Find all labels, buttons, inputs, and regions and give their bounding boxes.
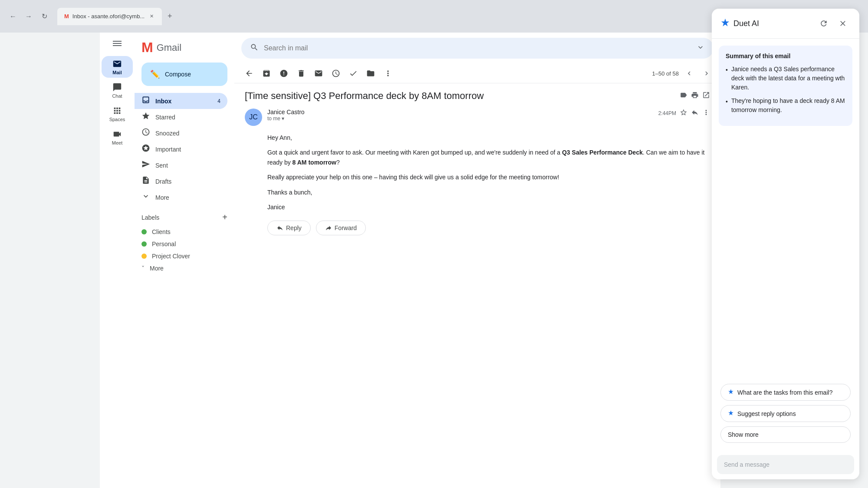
email-time: 2:44PM	[658, 110, 676, 116]
action-star-icon-1	[728, 389, 734, 396]
email-content: [Time sensitive] Q3 Performance deck by …	[234, 83, 720, 488]
sent-icon	[141, 160, 150, 171]
sidebar-chat-label: Chat	[112, 93, 122, 99]
summary-bullet-2: • They're hoping to have a deck ready 8 …	[726, 96, 845, 115]
print-icon[interactable]	[691, 90, 699, 102]
tab-bar: M Inbox - asante.ofori@cymb... ✕ +	[57, 8, 176, 25]
archive-button[interactable]	[259, 66, 274, 81]
reply-button[interactable]: Reply	[267, 221, 311, 235]
sent-label: Sent	[155, 162, 220, 169]
email-button[interactable]	[311, 66, 326, 81]
body-closing: Thanks a bunch,	[267, 188, 710, 197]
reply-label: Reply	[286, 224, 302, 231]
sidebar-spaces-label: Spaces	[109, 117, 125, 122]
prev-page-button[interactable]	[682, 66, 696, 80]
search-bar[interactable]	[241, 38, 713, 59]
bullet-1-text: Janice needs a Q3 Sales performance deck…	[731, 65, 845, 92]
duet-message-input[interactable]: Send a message	[717, 455, 854, 474]
suggest-reply-label: Suggest reply options	[737, 410, 796, 417]
sidebar-item-chat[interactable]: Chat	[102, 79, 133, 101]
forward-button[interactable]: Forward	[316, 221, 366, 235]
label-project-clover-text: Project Clover	[152, 253, 190, 260]
inbox-count: 4	[217, 98, 220, 104]
back-to-inbox-button[interactable]	[241, 66, 257, 81]
label-clients-text: Clients	[152, 228, 171, 235]
snoozed-label: Snoozed	[155, 130, 220, 137]
bullet-1-dot: •	[726, 66, 728, 92]
reply-quick-button[interactable]	[691, 109, 699, 118]
summary-bullet-1: • Janice needs a Q3 Sales performance de…	[726, 65, 845, 92]
duet-close-button[interactable]	[835, 16, 851, 31]
star-email-button[interactable]	[680, 109, 687, 118]
nav-panel: M Gmail ✏️ Compose Inbox 4 Starred Snooz…	[135, 33, 234, 488]
more-icon	[141, 192, 150, 203]
active-tab[interactable]: M Inbox - asante.ofori@cymb... ✕	[57, 8, 162, 25]
back-button[interactable]: ←	[7, 10, 19, 23]
duet-header: Duet AI	[712, 9, 859, 39]
pagination-info: 1–50 of 58	[652, 66, 713, 80]
add-label-button[interactable]: +	[222, 212, 227, 222]
reply-forward-section: Reply Forward	[245, 221, 710, 235]
duet-body: Summary of this email • Janice needs a Q…	[712, 39, 859, 450]
nav-item-drafts[interactable]: Drafts	[135, 173, 227, 189]
email-body: Hey Ann, Got a quick and urgent favor to…	[245, 133, 710, 212]
inbox-icon	[141, 96, 150, 106]
forward-label: Forward	[335, 224, 357, 231]
more-email-button[interactable]	[702, 109, 710, 118]
spam-button[interactable]	[276, 66, 292, 81]
email-time-area: 2:44PM	[658, 109, 710, 118]
gmail-logo-area: M Gmail	[135, 36, 234, 59]
sender-to: to me ▾	[267, 115, 653, 122]
sidebar-item-meet[interactable]: Meet	[102, 126, 133, 148]
done-button[interactable]	[345, 66, 361, 81]
label-clients[interactable]: Clients	[141, 226, 227, 238]
tab-favicon: M	[64, 13, 69, 20]
to-text: to me	[267, 115, 280, 122]
suggest-reply-button[interactable]: Suggest reply options	[720, 405, 851, 422]
labels-header: Labels +	[141, 209, 227, 226]
bullet-2-text: They're hoping to have a deck ready 8 AM…	[731, 96, 845, 115]
nav-item-inbox[interactable]: Inbox 4	[135, 93, 227, 109]
labels-section: Labels + Clients Personal Project Clover…	[135, 205, 234, 278]
subject-text: [Time sensitive] Q3 Performance deck by …	[245, 90, 484, 102]
nav-item-more[interactable]: More	[135, 189, 227, 205]
show-more-label: Show more	[728, 431, 759, 438]
nav-item-sent[interactable]: Sent	[135, 157, 227, 173]
starred-label: Starred	[155, 114, 220, 121]
label-icon[interactable]	[680, 90, 687, 102]
folder-button[interactable]	[363, 66, 378, 81]
search-filter-button[interactable]	[696, 43, 705, 54]
new-tab-button[interactable]: +	[164, 10, 176, 23]
open-in-new-icon[interactable]	[702, 90, 710, 102]
bold-time: 8 AM tomorrow	[293, 159, 336, 166]
nav-item-starred[interactable]: Starred	[135, 109, 227, 125]
email-subject: [Time sensitive] Q3 Performance deck by …	[245, 90, 710, 102]
nav-item-important[interactable]: Important	[135, 141, 227, 157]
gmail-m-logo: M	[141, 40, 153, 56]
label-more-chevron: ˅	[141, 265, 145, 272]
nav-item-snoozed[interactable]: Snoozed	[135, 125, 227, 141]
refresh-button[interactable]: ↻	[38, 10, 50, 23]
labels-title: Labels	[141, 214, 159, 221]
hamburger-menu[interactable]	[113, 36, 122, 54]
label-project-clover[interactable]: Project Clover	[141, 250, 227, 262]
sidebar-item-mail[interactable]: Mail	[102, 56, 133, 78]
forward-button[interactable]: →	[23, 10, 35, 23]
tab-title: Inbox - asante.ofori@cymb...	[72, 13, 145, 20]
duet-refresh-button[interactable]	[816, 16, 832, 31]
label-more[interactable]: ˅ More	[141, 262, 227, 274]
compose-button[interactable]: ✏️ Compose	[141, 63, 227, 86]
main-content: 1–50 of 58 [Time sensitive] Q3 Performan…	[234, 33, 720, 488]
sidebar-item-spaces[interactable]: Spaces	[102, 103, 133, 125]
tab-close-button[interactable]: ✕	[148, 13, 155, 20]
to-chevron[interactable]: ▾	[282, 115, 284, 122]
compose-label: Compose	[165, 71, 191, 78]
search-input[interactable]	[264, 44, 691, 52]
show-more-button[interactable]: Show more	[720, 426, 851, 443]
label-personal[interactable]: Personal	[141, 238, 227, 250]
snooze-button[interactable]	[328, 66, 344, 81]
delete-button[interactable]	[293, 66, 309, 81]
label-project-clover-dot	[141, 254, 147, 259]
more-actions-button[interactable]	[380, 66, 396, 81]
tasks-from-email-button[interactable]: What are the tasks from this email?	[720, 384, 851, 401]
